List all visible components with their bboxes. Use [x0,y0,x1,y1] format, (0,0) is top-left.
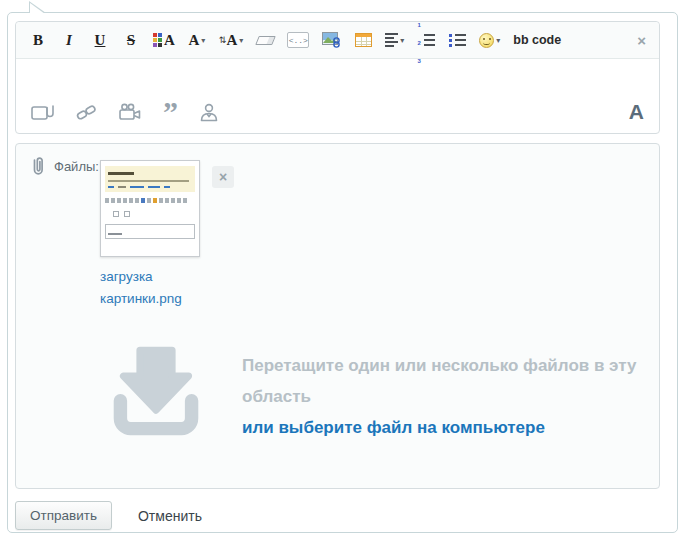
quote-button[interactable] [163,105,178,119]
browse-files-link[interactable]: или выберите файл на компьютере [242,412,662,443]
user-icon [199,103,219,122]
updown-arrows-icon: ⇅ [219,35,226,45]
cancel-link[interactable]: Отменить [138,508,202,524]
smiley-icon [479,33,494,48]
mention-member-button[interactable] [199,103,219,122]
bullet-list-button[interactable] [448,29,466,51]
attachments-area: Файлы: × загрузка картинки.png [15,143,660,489]
ordered-list-icon [418,13,435,67]
insert-media-button[interactable] [118,103,142,121]
eraser-icon [255,36,276,45]
italic-button[interactable]: I [60,29,78,51]
bold-button[interactable]: B [29,29,47,51]
emoticon-dropdown[interactable] [479,29,500,51]
align-left-icon [385,33,398,47]
thumb-post-block [105,166,195,192]
image-link-icon [322,32,341,48]
files-label: Файлы: [54,159,99,174]
attach-image-icon [31,103,55,122]
submit-button[interactable]: Отправить [15,501,112,530]
font-size-dropdown[interactable]: ⇅ A [219,29,243,51]
attachment-filename-link[interactable]: загрузка картинки.png [100,266,218,310]
editor-mode-toggle[interactable]: A [629,100,644,124]
insert-row: A [31,100,644,124]
thumb-toolbar [105,198,195,203]
editor-text-area[interactable] [16,59,659,89]
editor-toolbar: B I U S A A ⇅ A <..> [16,22,659,59]
thumb-icons [105,211,195,217]
toolbar-close-icon[interactable]: × [637,32,646,49]
form-footer: Отправить Отменить [15,501,202,530]
underline-button[interactable]: U [91,29,109,51]
remove-attachment-button[interactable]: × [212,166,234,188]
attachment-thumbnail[interactable] [100,160,200,257]
bullet-list-icon [449,34,466,47]
insert-link-button[interactable] [76,103,97,122]
attach-image-button[interactable] [31,103,55,122]
insert-image-url-button[interactable] [322,29,341,51]
comment-form: B I U S A A ⇅ A <..> [7,12,678,533]
font-color-button[interactable]: A [153,29,175,51]
bbcode-toggle[interactable]: bb code [513,29,561,51]
color-grid-icon [153,33,162,47]
dropzone-hint: Перетащите один или несколько файлов в э… [242,350,662,412]
code-icon: <..> [287,32,309,48]
table-icon [355,33,372,47]
post-editor-page: B I U S A A ⇅ A <..> [0,0,683,541]
link-icon [76,103,97,122]
strikethrough-button[interactable]: S [122,29,140,51]
dropzone-text: Перетащите один или несколько файлов в э… [242,342,662,443]
ordered-list-button[interactable] [417,29,435,51]
remove-format-button[interactable] [256,29,274,51]
upload-arrow-icon [106,342,206,440]
insert-table-button[interactable] [354,29,372,51]
video-camera-icon [118,103,142,121]
align-dropdown[interactable] [385,29,404,51]
font-family-dropdown[interactable]: A [188,29,206,51]
paperclip-icon [29,155,47,177]
rich-text-editor: B I U S A A ⇅ A <..> [15,21,660,134]
file-dropzone[interactable]: Перетащите один или несколько файлов в э… [106,342,662,443]
thumb-input [105,224,195,239]
code-button[interactable]: <..> [287,29,309,51]
